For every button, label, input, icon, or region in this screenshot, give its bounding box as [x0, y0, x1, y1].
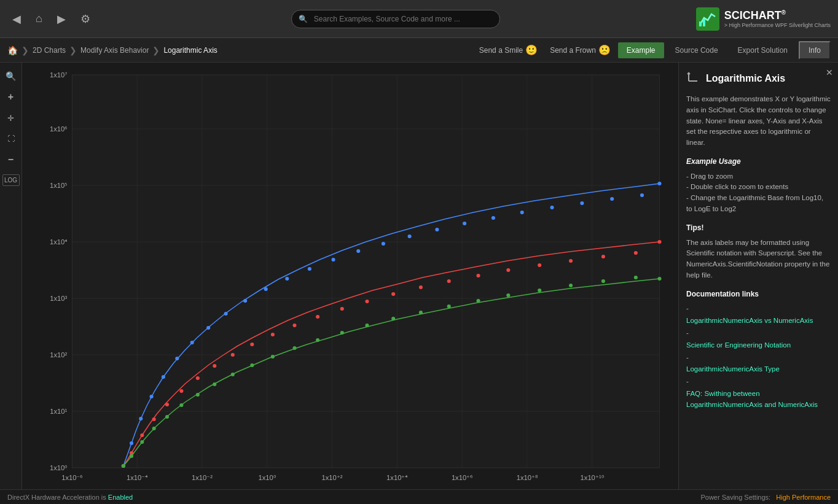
breadcrumb-2d-charts[interactable]: 2D Charts	[33, 46, 66, 55]
status-bar: DirectX Hardware Acceleration is Enabled…	[0, 489, 838, 504]
zoom-button[interactable]: 🔍	[2, 68, 20, 85]
status-enabled: Enabled	[108, 494, 133, 501]
doc-link-2[interactable]: LogarithmicNumericAxis Type	[686, 364, 831, 375]
svg-point-112	[569, 284, 573, 287]
power-label: High Performance	[776, 494, 831, 501]
chart-area[interactable]: 1x10⁰ 1x10¹ 1x10² 1x10³ 1x10⁴ 1x10⁵ 1x10…	[22, 63, 678, 489]
search-input[interactable]	[291, 10, 500, 28]
svg-point-98	[213, 382, 216, 386]
svg-text:1x10⁰: 1x10⁰	[259, 474, 276, 481]
tab-info[interactable]: Info	[799, 41, 831, 60]
breadcrumb-sep-2: ❯	[69, 45, 77, 55]
frown-label: Send a Frown	[550, 46, 596, 55]
top-toolbar: ◀ ⌂ ▶ ⚙ 🔍 SCICHART® > High Performance W…	[0, 0, 838, 38]
svg-point-93	[140, 440, 144, 444]
frown-icon: 🙁	[598, 44, 611, 56]
svg-point-51	[285, 277, 289, 281]
svg-point-109	[476, 299, 480, 303]
svg-point-44	[162, 375, 165, 379]
doc-link-1[interactable]: Scientific or Engineering Notation	[686, 340, 831, 351]
svg-point-74	[231, 353, 235, 357]
svg-point-102	[292, 346, 296, 350]
breadcrumb-modify-axis[interactable]: Modify Axis Behavior	[80, 46, 149, 55]
forward-button[interactable]: ▶	[52, 9, 71, 29]
minus-button[interactable]: −	[2, 151, 20, 168]
svg-text:1x10¹: 1x10¹	[50, 408, 67, 415]
svg-point-49	[243, 299, 247, 303]
svg-point-77	[292, 324, 296, 327]
svg-point-57	[435, 228, 439, 231]
tab-export-solution[interactable]: Export Solution	[729, 42, 796, 58]
status-right: Power Saving Settings: High Performance	[700, 494, 831, 501]
svg-point-52	[308, 267, 311, 271]
doc-link-3[interactable]: FAQ: Swithing between LogarithmicNumeric…	[686, 389, 831, 411]
smile-label: Send a Smile	[479, 46, 523, 55]
tab-source-code[interactable]: Source Code	[667, 42, 727, 58]
svg-point-113	[601, 279, 605, 283]
panel-icon	[686, 70, 700, 87]
svg-point-105	[365, 324, 369, 327]
send-smile-button[interactable]: Send a Smile 🙂	[474, 42, 542, 58]
nav-buttons: ◀ ⌂ ▶ ⚙	[7, 9, 95, 29]
svg-point-90	[657, 240, 661, 244]
plus-button[interactable]: +	[2, 88, 20, 106]
breadcrumb-right-actions: Send a Smile 🙂 Send a Frown 🙁 Example So…	[474, 41, 831, 60]
panel-example-usage-title: Example Usage	[686, 156, 831, 168]
svg-text:1x10⁺⁶: 1x10⁺⁶	[452, 474, 473, 481]
search-wrapper: 🔍	[291, 10, 500, 28]
log-button[interactable]: LOG	[2, 174, 20, 186]
svg-point-73	[213, 364, 216, 368]
svg-point-81	[391, 292, 395, 296]
svg-point-70	[165, 403, 169, 406]
info-panel: ✕ Logarithmic Axis This example demonstr…	[678, 63, 838, 489]
fit-button[interactable]: ⛶	[2, 130, 20, 147]
svg-text:1x10⁰: 1x10⁰	[50, 464, 68, 471]
usage-item-1: - Double click to zoom to extents	[686, 182, 831, 193]
svg-point-76	[271, 333, 275, 336]
svg-point-89	[634, 251, 638, 255]
logo-title: SCICHART®	[724, 9, 831, 22]
svg-point-83	[447, 279, 451, 283]
svg-text:1x10⁺²: 1x10⁺²	[322, 474, 343, 481]
tab-example[interactable]: Example	[618, 42, 664, 58]
svg-point-43	[149, 395, 153, 398]
power-prefix: Power Saving Settings:	[700, 494, 770, 501]
svg-point-45	[175, 357, 179, 360]
svg-point-100	[250, 363, 254, 367]
svg-text:1x10⁻⁴: 1x10⁻⁴	[127, 474, 148, 481]
svg-text:1x10⁺⁴: 1x10⁺⁴	[386, 474, 408, 481]
send-frown-button[interactable]: Send a Frown 🙁	[545, 42, 616, 58]
crosshair-button[interactable]: ✛	[2, 109, 20, 126]
svg-point-58	[463, 222, 466, 225]
svg-rect-1	[699, 21, 702, 26]
svg-text:1x10⁻⁶: 1x10⁻⁶	[61, 474, 83, 481]
svg-point-47	[206, 326, 210, 330]
svg-point-55	[382, 242, 385, 246]
svg-point-92	[130, 454, 133, 458]
svg-point-107	[419, 311, 423, 314]
status-prefix: DirectX Hardware Acceleration is	[7, 494, 106, 501]
svg-point-65	[657, 182, 661, 185]
home-button[interactable]: ⌂	[31, 9, 47, 29]
settings-button[interactable]: ⚙	[76, 9, 95, 29]
svg-point-46	[190, 341, 194, 344]
doc-link-0[interactable]: LogarithmicNumericAxis vs NumericAxis	[686, 316, 831, 327]
svg-text:1x10⁴: 1x10⁴	[50, 238, 68, 246]
svg-point-108	[447, 304, 451, 308]
logo-text-block: SCICHART® > High Performance WPF Silverl…	[724, 9, 831, 28]
svg-point-75	[250, 343, 254, 346]
breadcrumb-home-icon[interactable]: 🏠	[7, 45, 18, 55]
panel-body: This example demonstrates X or Y logarit…	[686, 94, 831, 411]
svg-point-60	[520, 211, 524, 214]
svg-point-41	[130, 441, 133, 445]
svg-text:1x10³: 1x10³	[50, 295, 67, 302]
doc-link-prefix-3: - FAQ: Swithing between LogarithmicNumer…	[686, 376, 831, 410]
logo-subtitle: > High Performance WPF Silverlight Chart…	[724, 22, 831, 28]
svg-text:1x10⁷: 1x10⁷	[50, 71, 67, 79]
panel-tips-text: The axis labels may be formatted using S…	[686, 238, 831, 281]
svg-point-54	[356, 249, 360, 253]
svg-point-94	[152, 427, 156, 430]
back-button[interactable]: ◀	[7, 9, 26, 29]
svg-point-84	[476, 274, 480, 277]
panel-close-button[interactable]: ✕	[826, 68, 833, 77]
